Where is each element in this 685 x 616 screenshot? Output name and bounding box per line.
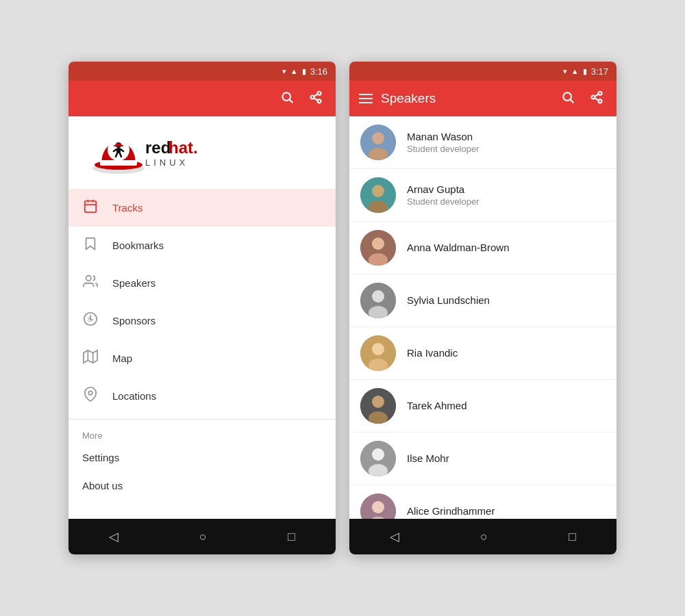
speaker-item-2[interactable]: Arnav Gupta Student developer (349, 169, 616, 222)
speaker-name-3: Anna Waldman-Brown (407, 242, 510, 253)
svg-line-38 (595, 94, 599, 96)
svg-point-46 (372, 238, 384, 250)
speakers-label: Speakers (112, 277, 155, 289)
svg-point-55 (372, 396, 384, 408)
speakers-list: Manan Wason Student developer Arnav Gupt… (349, 116, 616, 519)
back-button[interactable]: ◁ (109, 529, 119, 544)
right-battery-icon: ▮ (583, 67, 587, 76)
speaker-name-8: Alice Grindhammer (407, 505, 495, 517)
speaker-item-6[interactable]: Tarek Ahmed (349, 380, 616, 433)
nav-divider (68, 419, 336, 420)
svg-line-1 (290, 99, 293, 103)
nav-item-locations[interactable]: Locations (68, 377, 336, 415)
nav-item-speakers[interactable]: Speakers (68, 264, 336, 302)
about-label: About us (82, 480, 123, 491)
hamburger-menu-button[interactable] (359, 94, 373, 103)
svg-point-43 (372, 185, 384, 197)
speaker-name-6: Tarek Ahmed (407, 400, 467, 411)
svg-rect-12 (114, 145, 123, 146)
sponsors-icon: S (82, 311, 99, 330)
wifi-icon: ▾ (282, 67, 286, 76)
speaker-item-3[interactable]: Anna Waldman-Brown (349, 222, 616, 274)
speaker-info-6: Tarek Ahmed (407, 400, 467, 413)
speaker-info-7: Ilse Mohr (407, 452, 449, 465)
right-phone: ▾ ▲ ▮ 3:17 Speakers (349, 62, 616, 554)
left-bottom-bar: ◁ ○ □ (68, 519, 336, 554)
avatar-2 (360, 177, 396, 213)
settings-label: Settings (82, 452, 119, 463)
svg-marker-28 (84, 350, 97, 363)
locations-label: Locations (112, 390, 156, 402)
speaker-item-7[interactable]: Ilse Mohr (349, 433, 616, 485)
svg-point-40 (372, 132, 384, 144)
nav-item-settings[interactable]: Settings (68, 444, 336, 472)
search-button[interactable] (277, 90, 297, 107)
svg-line-6 (314, 94, 318, 96)
location-icon (82, 387, 99, 405)
map-icon (82, 349, 99, 368)
nav-item-sponsors[interactable]: S Sponsors (68, 302, 336, 339)
right-home-button[interactable]: ○ (480, 530, 488, 544)
speaker-item-8[interactable]: Alice Grindhammer (349, 485, 616, 519)
share-button[interactable] (306, 90, 326, 107)
left-time: 3:16 (310, 66, 327, 77)
svg-point-49 (372, 290, 384, 303)
bookmarks-label: Bookmarks (112, 240, 164, 251)
nav-drawer: red hat. LINUX Tracks (68, 116, 336, 519)
svg-point-4 (318, 99, 321, 103)
right-search-button[interactable] (558, 90, 578, 107)
nav-item-about[interactable]: About us (68, 472, 336, 500)
right-recent-button[interactable]: □ (569, 530, 576, 544)
svg-point-36 (599, 99, 602, 103)
avatar-4 (360, 283, 396, 318)
recent-button[interactable]: □ (288, 530, 295, 544)
speaker-info-5: Ria Ivandic (407, 347, 458, 360)
svg-text:red: red (145, 138, 171, 157)
avatar-1 (360, 125, 396, 160)
svg-text:hat.: hat. (169, 138, 198, 157)
speaker-item-1[interactable]: Manan Wason Student developer (349, 116, 616, 169)
nav-item-bookmarks[interactable]: Bookmarks (68, 227, 336, 264)
svg-point-35 (592, 95, 595, 99)
right-back-button[interactable]: ◁ (390, 529, 399, 544)
right-app-bar: Speakers (349, 81, 616, 116)
svg-point-52 (372, 343, 384, 355)
speaker-name-4: Sylvia Lundschien (407, 294, 490, 306)
tracks-label: Tracks (112, 202, 142, 214)
left-app-bar (68, 81, 336, 116)
avatar-6 (360, 388, 396, 424)
svg-rect-9 (100, 160, 137, 166)
svg-rect-21 (85, 201, 97, 213)
avatar-8 (360, 493, 396, 519)
speaker-info-3: Anna Waldman-Brown (407, 242, 510, 255)
svg-point-25 (86, 276, 91, 281)
svg-text:S: S (87, 316, 91, 323)
svg-point-32 (563, 92, 571, 101)
right-bottom-bar: ◁ ○ □ (349, 519, 616, 554)
right-status-bar: ▾ ▲ ▮ 3:17 (349, 62, 616, 81)
speaker-name-7: Ilse Mohr (407, 452, 449, 464)
signal-icon: ▲ (290, 67, 298, 75)
svg-line-37 (595, 98, 599, 100)
home-button[interactable]: ○ (199, 530, 207, 544)
speakers-title: Speakers (381, 91, 549, 106)
nav-item-tracks[interactable]: Tracks (68, 189, 336, 227)
svg-point-61 (372, 501, 384, 513)
speaker-info-2: Arnav Gupta Student developer (407, 183, 480, 207)
speaker-item-5[interactable]: Ria Ivandic (349, 327, 616, 380)
avatar-5 (360, 335, 396, 371)
tracks-icon (82, 198, 99, 217)
svg-point-2 (318, 91, 321, 94)
speaker-item-4[interactable]: Sylvia Lundschien (349, 274, 616, 327)
right-time: 3:17 (591, 66, 608, 77)
svg-point-58 (372, 448, 384, 461)
drawer-logo-area: red hat. LINUX (68, 116, 336, 189)
nav-item-map[interactable]: Map (68, 339, 336, 377)
svg-text:LINUX: LINUX (145, 157, 188, 168)
svg-point-31 (88, 391, 92, 395)
battery-icon: ▮ (302, 67, 306, 76)
speaker-name-2: Arnav Gupta (407, 183, 480, 195)
right-wifi-icon: ▾ (563, 67, 567, 76)
more-section-label: More (68, 424, 336, 444)
right-share-button[interactable] (586, 90, 607, 107)
